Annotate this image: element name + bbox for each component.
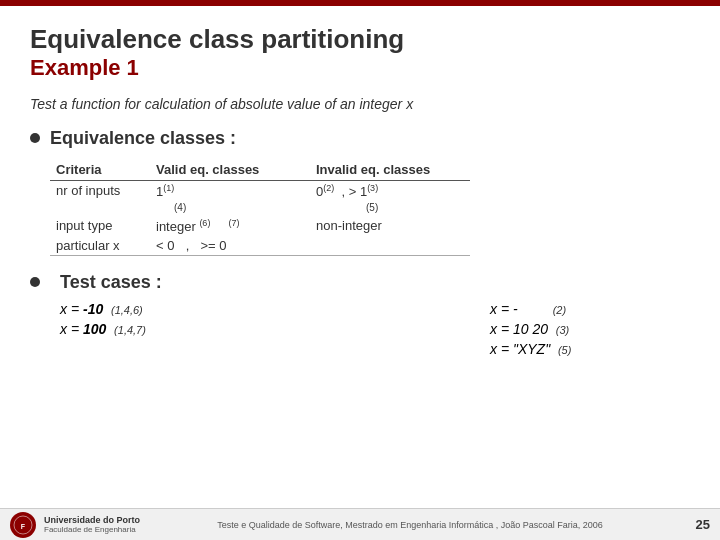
invalid-sub5: (5)	[366, 202, 378, 213]
criteria-cell: input type	[50, 216, 150, 236]
criteria-cell: nr of inputs	[50, 180, 150, 216]
table-row: input type integer (6) (7) non-integer	[50, 216, 470, 236]
equivalence-section-header: Equivalence classes :	[30, 128, 690, 149]
tc-left-3	[60, 341, 280, 357]
tc-left-1: x = -10 (1,4,6)	[60, 301, 280, 317]
valid-cell: < 0 , >= 0	[150, 236, 310, 256]
title-section: Equivalence class partitioning Example 1	[30, 24, 690, 82]
feup-university: Universidade do Porto	[44, 515, 140, 525]
feup-logo: F Universidade do Porto Faculdade de Eng…	[10, 512, 140, 538]
feup-faculty: Faculdade de Engenharia	[44, 525, 140, 534]
test-cases-content: Test cases : x = -10 (1,4,6) x = - (2) x…	[60, 272, 690, 361]
tc-row-3: x = "XYZ" (5)	[60, 341, 690, 357]
test-cases-section: Test cases : x = -10 (1,4,6) x = - (2) x…	[30, 272, 690, 361]
bullet-icon	[30, 133, 40, 143]
valid-cell: integer (6) (7)	[150, 216, 310, 236]
table-row: nr of inputs 1(1) (4) 0(2) , > 1(3) (5)	[50, 180, 470, 216]
tc-right-2: x = 10 20 (3)	[490, 321, 690, 337]
footer-citation: Teste e Qualidade de Software, Mestrado …	[140, 520, 680, 530]
test-cases-header: Test cases : x = -10 (1,4,6) x = - (2) x…	[30, 272, 690, 361]
col-header-invalid: Invalid eq. classes	[310, 159, 470, 181]
invalid-cell: 0(2) , > 1(3) (5)	[310, 180, 470, 216]
equivalence-table-container: Criteria Valid eq. classes Invalid eq. c…	[50, 159, 690, 257]
sup7: (7)	[228, 218, 239, 228]
valid-cell: 1(1) (4)	[150, 180, 310, 216]
tc-row-1: x = -10 (1,4,6) x = - (2)	[60, 301, 690, 317]
bullet-icon-2	[30, 277, 40, 287]
criteria-cell: particular x	[50, 236, 150, 256]
subtitle: Example 1	[30, 55, 690, 81]
bottom-bar: F Universidade do Porto Faculdade de Eng…	[0, 508, 720, 540]
sup2: (2)	[323, 183, 334, 193]
tc-row-2: x = 100 (1,4,7) x = 10 20 (3)	[60, 321, 690, 337]
description: Test a function for calculation of absol…	[30, 96, 690, 112]
main-title: Equivalence class partitioning	[30, 24, 690, 55]
tc-right-3: x = "XYZ" (5)	[490, 341, 690, 357]
invalid-cell: non-integer	[310, 216, 470, 236]
tc-right-1: x = - (2)	[490, 301, 690, 317]
equivalence-section-title: Equivalence classes :	[50, 128, 236, 149]
table-row: particular x < 0 , >= 0	[50, 236, 470, 256]
col-header-valid: Valid eq. classes	[150, 159, 310, 181]
sup3: (3)	[367, 183, 378, 193]
invalid-cell	[310, 236, 470, 256]
main-content: Equivalence class partitioning Example 1…	[0, 6, 720, 371]
svg-text:F: F	[21, 523, 26, 530]
sup6: (6)	[199, 218, 210, 228]
test-cases-title: Test cases :	[60, 272, 690, 293]
sup1: (1)	[163, 183, 174, 193]
tc-left-2: x = 100 (1,4,7)	[60, 321, 280, 337]
valid-sub4: (4)	[174, 202, 186, 213]
feup-text: Universidade do Porto Faculdade de Engen…	[44, 515, 140, 534]
equivalence-table: Criteria Valid eq. classes Invalid eq. c…	[50, 159, 470, 257]
col-header-criteria: Criteria	[50, 159, 150, 181]
page-number: 25	[680, 517, 710, 532]
feup-circle-icon: F	[10, 512, 36, 538]
